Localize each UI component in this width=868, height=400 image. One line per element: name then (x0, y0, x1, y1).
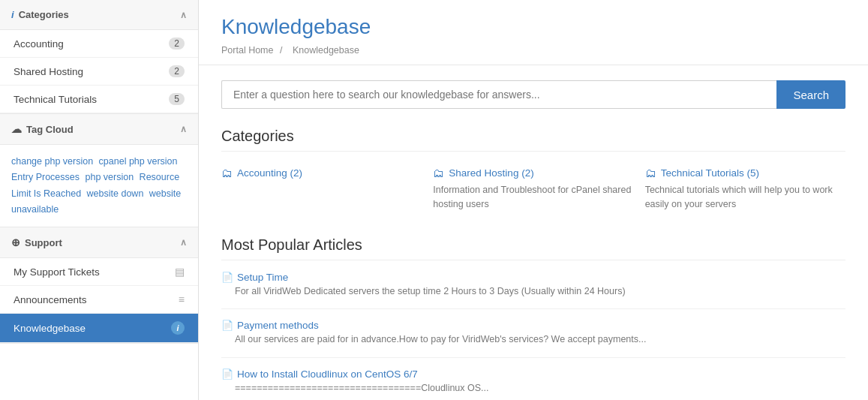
categories-grid: 🗂 Accounting (2) 🗂 Shared Hosting (2) In… (221, 163, 845, 215)
tagcloud-header[interactable]: ☁ Tag Cloud ∧ (0, 114, 198, 145)
my-support-tickets-label: My Support Tickets (14, 266, 100, 278)
article-item-1: 📄 Payment methods All our services are p… (221, 320, 845, 358)
article-desc-0: For all ViridWeb Dedicated servers the s… (235, 285, 845, 299)
sidebar-item-shared-hosting[interactable]: Shared Hosting 2 (0, 58, 198, 86)
category-technical-tutorials-title[interactable]: 🗂 Technical Tutorials (5) (645, 167, 845, 179)
sidebar-tagcloud-section: ☁ Tag Cloud ∧ change php version cpanel … (0, 114, 198, 227)
page-title: Knowledgebase (221, 15, 845, 39)
support-header-label: Support (25, 237, 62, 248)
category-technical-tutorials-desc: Technical tutorials which will help you … (645, 183, 845, 212)
support-header[interactable]: ⊕ Support ∧ (0, 227, 198, 258)
sidebar-item-shared-hosting-label: Shared Hosting (14, 66, 83, 77)
breadcrumb-home[interactable]: Portal Home (221, 45, 273, 56)
articles-list: 📄 Setup Time For all ViridWeb Dedicated … (221, 272, 845, 401)
category-shared-hosting-title[interactable]: 🗂 Shared Hosting (2) (433, 167, 633, 179)
article-desc-1: All our services are paid for in advance… (235, 333, 845, 347)
sidebar-item-shared-hosting-badge: 2 (169, 65, 185, 77)
article-title-label-2: How to Install Cloudlinux on CentOS 6/7 (237, 368, 418, 380)
categories-list: Accounting 2 Shared Hosting 2 Technical … (0, 30, 198, 113)
sidebar: i Categories ∧ Accounting 2 Shared Hosti… (0, 0, 199, 400)
knowledgebase-icon: i (171, 321, 185, 335)
knowledgebase-label: Knowledgebase (14, 323, 86, 334)
categories-section: Categories 🗂 Accounting (2) 🗂 Shared Hos… (221, 128, 845, 215)
article-icon-1: 📄 (221, 320, 233, 331)
search-input[interactable] (221, 80, 776, 109)
sidebar-categories-section: i Categories ∧ Accounting 2 Shared Hosti… (0, 0, 198, 114)
article-title-2[interactable]: 📄 How to Install Cloudlinux on CentOS 6/… (221, 368, 845, 380)
categories-chevron-icon: ∧ (180, 10, 187, 20)
article-icon-0: 📄 (221, 272, 233, 283)
tagcloud-header-label: Tag Cloud (26, 124, 74, 135)
tag-change-php-version[interactable]: change php version (11, 156, 93, 167)
sidebar-nav-announcements[interactable]: Announcements ≡ (0, 286, 198, 314)
sidebar-item-accounting-label: Accounting (14, 38, 64, 50)
search-bar: Search (221, 80, 845, 109)
sidebar-nav-my-support-tickets[interactable]: My Support Tickets ▤ (0, 258, 198, 286)
breadcrumb-current: Knowledgebase (293, 45, 359, 56)
folder-icon-technical-tutorials: 🗂 (645, 167, 656, 179)
support-nav-list: My Support Tickets ▤ Announcements ≡ Kno… (0, 258, 198, 343)
breadcrumb-separator: / (280, 45, 282, 56)
category-technical-tutorials-label: Technical Tutorials (5) (661, 167, 759, 179)
announcements-icon: ≡ (179, 293, 185, 305)
tag-php-version[interactable]: php version (86, 172, 134, 182)
sidebar-item-technical-tutorials-label: Technical Tutorials (14, 94, 97, 105)
article-icon-2: 📄 (221, 368, 233, 380)
tagcloud-header-left: ☁ Tag Cloud (11, 123, 74, 135)
tickets-icon: ▤ (175, 266, 185, 278)
tagcloud-content: change php version cpanel php version En… (0, 145, 198, 227)
category-shared-hosting-label: Shared Hosting (2) (449, 167, 533, 179)
support-chevron-icon: ∧ (180, 237, 187, 248)
article-title-0[interactable]: 📄 Setup Time (221, 272, 845, 283)
article-item-2: 📄 How to Install Cloudlinux on CentOS 6/… (221, 368, 845, 401)
support-header-left: ⊕ Support (11, 236, 62, 248)
tag-website-down[interactable]: website down (87, 188, 144, 199)
popular-articles-title: Most Popular Articles (221, 236, 845, 260)
sidebar-item-accounting-badge: 2 (169, 38, 185, 50)
tag-entry-processes[interactable]: Entry Processes (11, 172, 80, 182)
category-accounting-title[interactable]: 🗂 Accounting (2) (221, 167, 422, 179)
article-item-0: 📄 Setup Time For all ViridWeb Dedicated … (221, 272, 845, 310)
search-button[interactable]: Search (776, 80, 845, 109)
category-shared-hosting-desc: Information and Troubleshoot for cPanel … (433, 183, 633, 212)
main-header: Knowledgebase Portal Home / Knowledgebas… (199, 0, 868, 65)
tagcloud-chevron-icon: ∧ (180, 124, 187, 134)
main-content: Knowledgebase Portal Home / Knowledgebas… (199, 0, 868, 400)
tag-cpanel-php-version[interactable]: cpanel php version (99, 156, 178, 167)
categories-section-title: Categories (221, 128, 845, 152)
category-card-technical-tutorials: 🗂 Technical Tutorials (5) Technical tuto… (645, 163, 845, 215)
info-icon: i (11, 9, 14, 20)
folder-icon-shared-hosting: 🗂 (433, 167, 444, 179)
sidebar-item-technical-tutorials[interactable]: Technical Tutorials 5 (0, 86, 198, 113)
article-title-1[interactable]: 📄 Payment methods (221, 320, 845, 331)
cloud-icon: ☁ (11, 123, 22, 135)
category-accounting-label: Accounting (2) (237, 167, 302, 179)
category-card-accounting: 🗂 Accounting (2) (221, 163, 422, 215)
categories-header-label: Categories (19, 9, 69, 20)
category-card-shared-hosting: 🗂 Shared Hosting (2) Information and Tro… (433, 163, 633, 215)
article-title-label-1: Payment methods (237, 320, 319, 331)
announcements-label: Announcements (14, 294, 87, 305)
categories-header-left: i Categories (11, 9, 69, 20)
categories-header[interactable]: i Categories ∧ (0, 0, 198, 30)
main-body: Search Categories 🗂 Accounting (2) 🗂 Sha… (199, 65, 868, 400)
breadcrumb: Portal Home / Knowledgebase (221, 45, 845, 56)
popular-articles-section: Most Popular Articles 📄 Setup Time For a… (221, 236, 845, 401)
sidebar-item-accounting[interactable]: Accounting 2 (0, 30, 198, 58)
support-icon: ⊕ (11, 236, 20, 248)
article-title-label-0: Setup Time (237, 272, 288, 283)
sidebar-support-section: ⊕ Support ∧ My Support Tickets ▤ Announc… (0, 227, 198, 344)
article-desc-2: ==================================Cloudl… (235, 382, 845, 395)
sidebar-nav-knowledgebase[interactable]: Knowledgebase i (0, 314, 198, 343)
sidebar-item-technical-tutorials-badge: 5 (169, 93, 185, 105)
folder-icon-accounting: 🗂 (221, 167, 233, 179)
